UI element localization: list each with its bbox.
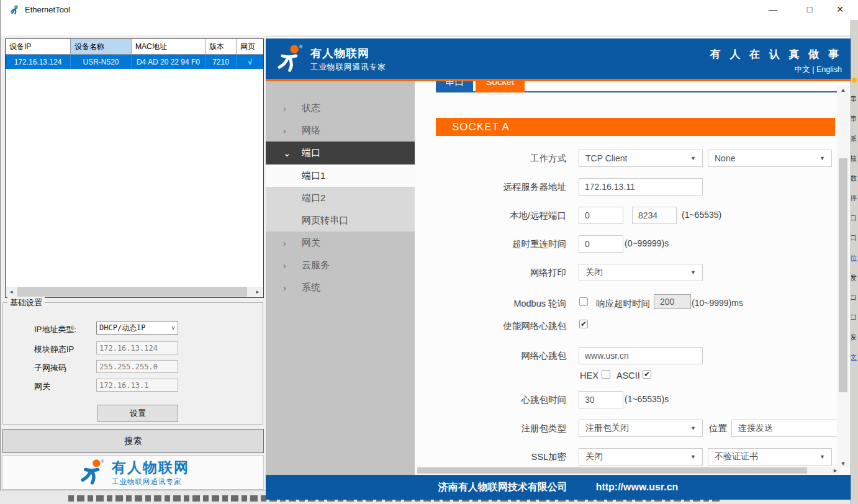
footer-company: 济南有人物联网技术有限公司 (438, 481, 567, 494)
gateway-field: 172.16.13.1 (96, 379, 178, 392)
chevron-right-icon: › (283, 103, 296, 114)
heartbeat-packet-input[interactable]: www.usr.cn (579, 347, 703, 364)
usr-figure-icon: ® (77, 458, 106, 487)
sidebar-item-gateway[interactable]: › 网关 (266, 232, 415, 254)
scroll-thumb[interactable] (17, 287, 247, 297)
dropdown-arrow-icon: ▼ (690, 155, 696, 161)
response-timeout-input: 200 (654, 294, 691, 309)
chevron-right-icon: › (283, 125, 296, 136)
modbus-range-hint: (10~9999)ms (692, 298, 743, 308)
footer-url[interactable]: http://www.usr.cn (596, 482, 679, 493)
col-mac[interactable]: MAC地址 (132, 39, 205, 54)
position-label: 位置 (709, 423, 727, 434)
col-device-name[interactable]: 设备名称 (71, 39, 132, 54)
local-remote-port-label: 本地/远程端口 (438, 210, 566, 222)
dropdown-arrow-icon: ▼ (690, 454, 696, 460)
sidebar-item-port2[interactable]: 端口2 (266, 187, 415, 209)
maximize-button[interactable]: □ (795, 0, 824, 19)
ip-type-select[interactable]: DHCP/动态IP ˅ (96, 322, 178, 335)
usr-logo-block: ® 有人物联网 工业物联网通讯专家 (2, 455, 264, 490)
local-port-input[interactable]: 0 (579, 207, 623, 224)
table-row[interactable]: 172.16.13.124 USR-N520 D4 AD 20 22 94 F0… (6, 55, 263, 69)
set-button[interactable]: 设置 (97, 405, 178, 422)
reconnect-time-label: 超时重连时间 (438, 238, 566, 250)
ascii-checkbox[interactable]: ✔ (643, 370, 651, 379)
web-footer: 济南有人物联网技术有限公司 http://www.usr.cn (266, 475, 851, 500)
language-switch[interactable]: 中文 | English (795, 65, 842, 75)
minimize-button[interactable]: — (759, 0, 787, 19)
remote-server-input[interactable]: 172.16.13.11 (579, 178, 703, 196)
col-device-ip[interactable]: 设备IP (6, 39, 71, 54)
cell-web-link[interactable]: √ (237, 55, 263, 69)
heartbeat-packet-label: 网络心跳包 (438, 350, 566, 362)
work-mode-label: 工作方式 (438, 153, 566, 164)
table-horizontal-scrollbar[interactable]: ◄ ► (6, 287, 263, 297)
web-header: ® 有人物联网 工业物联网通讯专家 有 人 在 认 真 做 事 中文 | Eng… (266, 38, 851, 79)
heartbeat-time-input[interactable]: 30 (579, 391, 623, 408)
web-sidebar: › 状态 › 网络 ⌄ 端口 端口1 端口2 网页转串口 › 网关 › 云服务 … (266, 81, 415, 475)
chevron-right-icon: › (283, 282, 296, 293)
port-range-hint: (1~65535) (682, 210, 721, 220)
register-type-select[interactable]: 注册包关闭 ▼ (579, 420, 703, 437)
device-webpage-panel: ® 有人物联网 工业物联网通讯专家 有 人 在 认 真 做 事 中文 | Eng… (266, 37, 851, 500)
remote-server-label: 远程服务器地址 (438, 181, 566, 193)
sidebar-item-port1[interactable]: 端口1 (266, 164, 415, 187)
net-print-select[interactable]: 关闭 ▼ (579, 264, 703, 281)
reconnect-range-hint: (0~99999)s (625, 238, 669, 248)
net-print-label: 网络打印 (438, 267, 566, 279)
col-version[interactable]: 版本 (205, 39, 237, 54)
title-bar: EthernetTool — □ ✕ (0, 0, 858, 19)
sidebar-item-web2serial[interactable]: 网页转串口 (266, 209, 415, 232)
chevron-down-icon: ⌄ (283, 148, 296, 159)
work-mode-select[interactable]: TCP Client ▼ (579, 150, 703, 167)
content-vertical-scrollbar[interactable]: ▲ ▼ (837, 86, 849, 468)
close-button[interactable]: ✕ (826, 0, 854, 19)
device-table-header: 设备IP 设备名称 MAC地址 版本 网页 (6, 39, 263, 55)
scroll-left-icon[interactable]: ◄ (6, 287, 16, 297)
ssl-verify-select[interactable]: 不验证证书 ▼ (708, 448, 832, 466)
web-brand: 有人物联网 (310, 46, 369, 61)
work-mode-extra-select[interactable]: None ▼ (708, 150, 832, 167)
modbus-poll-checkbox[interactable] (579, 297, 588, 306)
left-logo-brand: 有人物联网 (112, 458, 189, 477)
register-position-select[interactable]: 连接发送 (731, 420, 844, 437)
window-bottom-edge (0, 490, 266, 490)
content-horizontal-scrollbar[interactable]: ► (417, 467, 839, 474)
ip-type-label: IP地址类型: (34, 324, 76, 335)
sidebar-item-network[interactable]: › 网络 (266, 119, 415, 142)
scroll-thumb[interactable] (839, 158, 847, 392)
gateway-label: 网关 (34, 381, 50, 392)
tab-serial[interactable]: 串口 (436, 81, 473, 92)
web-motto: 有 人 在 认 真 做 事 (710, 47, 842, 61)
tab-socket[interactable]: Socket (476, 81, 525, 92)
reconnect-time-input[interactable]: 0 (579, 235, 623, 253)
basic-settings-title: 基础设置 (7, 297, 45, 308)
remote-port-input[interactable]: 8234 (632, 207, 677, 224)
ssl-select[interactable]: 关闭 ▼ (579, 448, 703, 466)
scroll-right-icon[interactable]: ► (253, 287, 263, 297)
window-title: EthernetTool (25, 5, 70, 14)
chevron-right-icon: › (283, 238, 296, 248)
usr-figure-icon-white: ® (273, 43, 304, 74)
sidebar-item-cloud[interactable]: › 云服务 (266, 254, 415, 276)
hex-checkbox[interactable] (602, 370, 610, 379)
search-button[interactable]: 搜索 (2, 429, 264, 453)
cell-device-ip: 172.16.13.124 (6, 55, 71, 69)
scroll-down-icon[interactable]: ▼ (837, 461, 849, 467)
window-left-edge (0, 0, 1, 490)
col-web[interactable]: 网页 (237, 39, 263, 54)
ascii-label: ASCII (616, 371, 640, 380)
heartbeat-enable-checkbox[interactable]: ✔ (579, 320, 588, 328)
scroll-up-icon[interactable]: ▲ (837, 87, 849, 93)
modbus-poll-label: Modbus 轮询 (438, 298, 566, 310)
static-ip-field: 172.16.13.124 (96, 341, 178, 354)
heartbeat-time-label: 心跳包时间 (438, 394, 566, 406)
scroll-thumb[interactable] (417, 467, 807, 474)
register-type-label: 注册包类型 (438, 423, 566, 434)
sidebar-item-system[interactable]: › 系统 (266, 276, 415, 299)
dropdown-arrow-icon: ▼ (820, 155, 825, 161)
sidebar-item-port[interactable]: ⌄ 端口 (266, 142, 415, 164)
svg-text:®: ® (299, 44, 303, 50)
sidebar-item-status[interactable]: › 状态 (266, 97, 415, 119)
device-panel: 设备IP 设备名称 MAC地址 版本 网页 172.16.13.124 USR-… (0, 35, 266, 490)
